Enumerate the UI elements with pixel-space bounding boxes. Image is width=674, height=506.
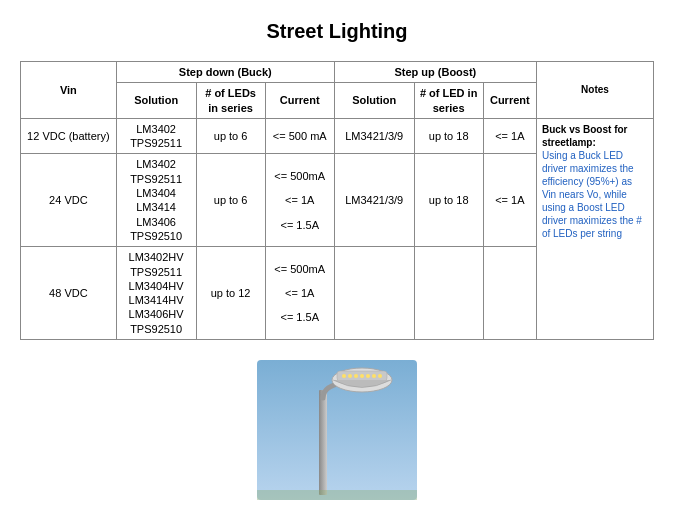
sub-header-current1: Current (265, 83, 334, 119)
boost-solution-12v: LM3421/3/9 (334, 118, 414, 154)
current-24v: <= 500mA <= 1A <= 1.5A (265, 154, 334, 247)
cur-48v-3: <= 1.5A (270, 310, 330, 324)
vin-12v: 12 VDC (battery) (21, 118, 117, 154)
svg-point-8 (366, 374, 370, 378)
leds-48v: up to 12 (196, 247, 265, 340)
solution-12v-2: TPS92511 (121, 136, 192, 150)
header-vin: Vin (21, 62, 117, 119)
header-notes: Notes (536, 62, 653, 119)
leds-12v: up to 6 (196, 118, 265, 154)
svg-point-5 (348, 374, 352, 378)
header-step-up: Step up (Boost) (334, 62, 536, 83)
sol-48v-6: TPS92510 (121, 322, 192, 336)
solution-12v: LM3402 TPS92511 (116, 118, 196, 154)
sub-header-leds2: # of LED in series (414, 83, 483, 119)
solution-12v-1: LM3402 (121, 122, 192, 136)
table-row: 12 VDC (battery) LM3402 TPS92511 up to 6… (21, 118, 654, 154)
boost-leds-12v: up to 18 (414, 118, 483, 154)
cur-24v-1: <= 500mA (270, 169, 330, 183)
sub-header-leds1: # of LEDs in series (196, 83, 265, 119)
boost-leds-48v (414, 247, 483, 340)
sol-24v-3: LM3404 (121, 186, 192, 200)
vin-24v: 24 VDC (21, 154, 117, 247)
leds-24v: up to 6 (196, 154, 265, 247)
boost-current-24v: <= 1A (483, 154, 536, 247)
sub-header-solution2: Solution (334, 83, 414, 119)
page-title: Street Lighting (20, 20, 654, 43)
svg-point-6 (354, 374, 358, 378)
current-48v: <= 500mA <= 1A <= 1.5A (265, 247, 334, 340)
main-table-wrapper: Vin Step down (Buck) Step up (Boost) Not… (20, 61, 654, 340)
sol-24v-2: TPS92511 (121, 172, 192, 186)
sol-48v-4: LM3414HV (121, 293, 192, 307)
sol-48v-5: LM3406HV (121, 307, 192, 321)
sol-48v-3: LM3404HV (121, 279, 192, 293)
sub-header-current2: Current (483, 83, 536, 119)
svg-rect-1 (319, 390, 327, 495)
svg-rect-17 (257, 490, 417, 500)
cur-48v-1: <= 500mA (270, 262, 330, 276)
boost-solution-24v: LM3421/3/9 (334, 154, 414, 247)
sol-24v-4: LM3414 (121, 200, 192, 214)
header-step-down: Step down (Buck) (116, 62, 334, 83)
cur-48v-2: <= 1A (270, 286, 330, 300)
street-light-image (257, 360, 417, 500)
current-12v: <= 500 mA (265, 118, 334, 154)
boost-solution-48v (334, 247, 414, 340)
street-lighting-table: Vin Step down (Buck) Step up (Boost) Not… (20, 61, 654, 340)
svg-point-10 (378, 374, 382, 378)
sol-24v-1: LM3402 (121, 157, 192, 171)
svg-point-9 (372, 374, 376, 378)
notes-bold: Buck vs Boost for streetlamp: (542, 124, 628, 148)
sol-48v-2: TPS92511 (121, 265, 192, 279)
sub-header-solution1: Solution (116, 83, 196, 119)
sol-48v-1: LM3402HV (121, 250, 192, 264)
sol-24v-5: LM3406 (121, 215, 192, 229)
sol-24v-6: TPS92510 (121, 229, 192, 243)
boost-current-48v (483, 247, 536, 340)
vin-48v: 48 VDC (21, 247, 117, 340)
solution-24v: LM3402 TPS92511 LM3404 LM3414 LM3406 TPS… (116, 154, 196, 247)
svg-point-4 (342, 374, 346, 378)
cur-24v-3: <= 1.5A (270, 218, 330, 232)
boost-current-12v: <= 1A (483, 118, 536, 154)
image-container (20, 360, 654, 500)
notes-blue: Using a Buck LED driver maximizes the ef… (542, 150, 642, 239)
svg-point-7 (360, 374, 364, 378)
notes-cell: Buck vs Boost for streetlamp: Using a Bu… (536, 118, 653, 339)
solution-48v: LM3402HV TPS92511 LM3404HV LM3414HV LM34… (116, 247, 196, 340)
cur-24v-2: <= 1A (270, 193, 330, 207)
boost-leds-24v: up to 18 (414, 154, 483, 247)
